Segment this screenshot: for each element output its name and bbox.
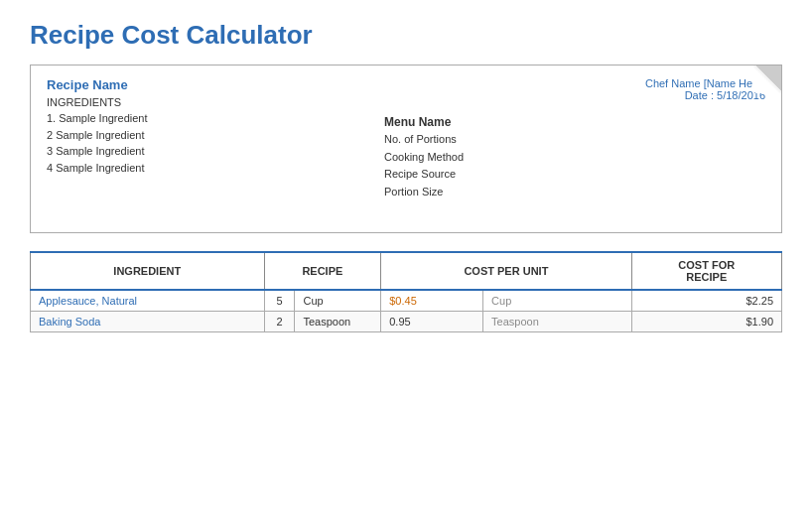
table-section: INGREDIENT RECIPE COST PER UNIT COST FOR… [30,251,782,332]
chef-value-text: [Name Here] [704,77,765,89]
row1-qty: 5 [264,290,295,312]
date-line: Date : 5/18/2016 [384,89,765,101]
page-title: Recipe Cost Calculator [30,20,782,51]
row2-cost-unit: Teaspoon [483,312,631,332]
page-container: Recipe Cost Calculator Recipe Name INGRE… [0,0,812,527]
table-row: Baking Soda 2 Teaspoon 0.95 Teaspoon $1.… [31,312,782,332]
ingredient-4: 4 Sample Ingredient [47,160,344,177]
table-header-row: INGREDIENT RECIPE COST PER UNIT COST FOR… [31,252,782,290]
menu-detail-3: Portion Size [384,184,765,201]
header-ingredient: INGREDIENT [31,252,265,290]
row2-ingredient: Baking Soda [31,312,265,332]
row2-cost: 0.95 [381,312,483,332]
header-cost-for-recipe: COST FORRECIPE [631,252,781,290]
row1-cost-unit: Cup [483,290,631,312]
row1-ingredient: Applesauce, Natural [31,290,265,312]
header-recipe: RECIPE [264,252,381,290]
ingredient-2: 2 Sample Ingredient [47,127,344,144]
row2-qty: 2 [264,312,295,332]
ingredients-header: INGREDIENTS [47,96,344,108]
cost-table: INGREDIENT RECIPE COST PER UNIT COST FOR… [30,251,782,332]
menu-detail-0: No. of Portions [384,131,765,149]
ingredient-3: 3 Sample Ingredient [47,143,344,160]
menu-detail-1: Cooking Method [384,149,765,167]
recipe-name-label: Recipe Name [47,77,344,92]
date-value: 5/18/2016 [717,89,765,101]
right-section: Chef Name [Name Here] Date : 5/18/2016 M… [364,77,765,200]
table-row: Applesauce, Natural 5 Cup $0.45 Cup $2.2… [31,290,782,312]
recipe-card: Recipe Name INGREDIENTS 1. Sample Ingred… [30,65,782,233]
row1-cost: $0.45 [381,290,483,312]
chef-name-line: Chef Name [Name Here] [384,77,765,89]
row2-cost-recipe: $1.90 [631,312,781,332]
row1-ingredient-link[interactable]: Applesauce, Natural [39,295,137,307]
row2-ingredient-link[interactable]: Baking Soda [39,316,100,328]
row1-unit: Cup [295,290,381,312]
menu-detail-2: Recipe Source [384,166,765,184]
date-label: Date : [685,89,717,101]
chef-date-block: Chef Name [Name Here] Date : 5/18/2016 [384,77,765,101]
menu-block: Menu Name No. of Portions Cooking Method… [384,115,765,200]
chef-label: Chef Name [645,77,704,89]
row1-cost-recipe: $2.25 [631,290,781,312]
row2-unit: Teaspoon [295,312,381,332]
left-section: Recipe Name INGREDIENTS 1. Sample Ingred… [47,77,364,200]
header-cost-per-unit: COST PER UNIT [381,252,631,290]
menu-name-label: Menu Name [384,115,765,129]
ingredient-1: 1. Sample Ingredient [47,110,344,127]
